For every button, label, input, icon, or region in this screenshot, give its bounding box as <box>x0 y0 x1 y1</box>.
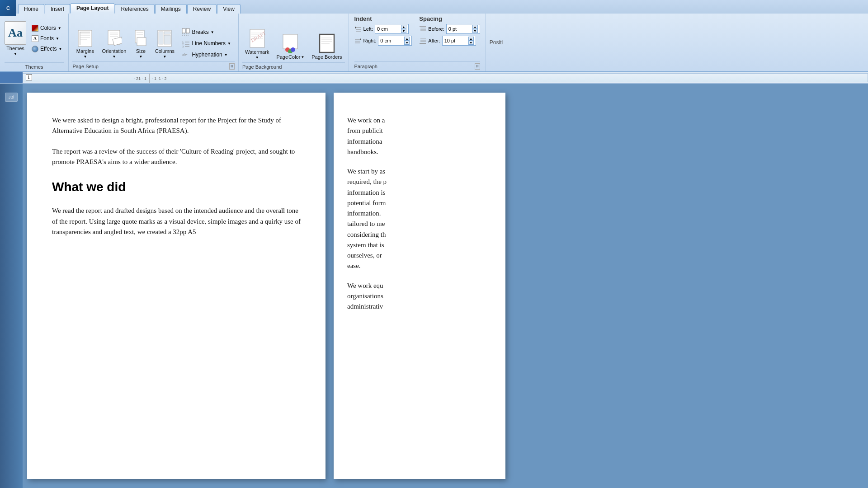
tab-view[interactable]: View <box>217 4 241 14</box>
spacing-after-value: 10 pt <box>444 38 455 43</box>
pages-container: We were asked to design a bright, profes… <box>23 84 868 488</box>
office-button[interactable]: C <box>0 0 16 16</box>
spacing-before-label: Before: <box>428 26 444 32</box>
page-color-label2: Color <box>288 54 300 60</box>
indent-title: Indent <box>354 15 412 22</box>
page-background-group: DRAFT Watermark ▼ Page <box>239 14 349 71</box>
spacing-before-down[interactable]: ▼ <box>472 29 478 33</box>
svg-rect-19 <box>164 35 170 44</box>
line-numbers-button[interactable]: 1 2 3 Line Numbers ▼ <box>180 38 233 48</box>
svg-text:1 · 2: 1 · 2 <box>159 76 167 81</box>
spacing-before-value: 0 pt <box>448 26 457 32</box>
spacing-before-spinner: ▲ ▼ <box>472 25 478 33</box>
hyphenation-icon: ab- <box>182 51 190 59</box>
themes-button[interactable]: Aa Themes ▼ <box>5 21 26 56</box>
effects-icon <box>32 46 38 52</box>
indent-left-icon <box>354 26 362 32</box>
spacing-after-spinner: ▲ ▼ <box>468 37 474 45</box>
spacing-after-down[interactable]: ▼ <box>468 41 474 45</box>
hyphenation-arrow: ▼ <box>224 53 228 57</box>
themes-icon: Aa <box>5 21 26 45</box>
ribbon-tabs-row: Home Insert Page Layout References Maili… <box>16 0 868 14</box>
indent-right-icon <box>354 38 362 44</box>
spacing-before-row: Before: 0 pt ▲ ▼ <box>419 24 480 34</box>
spacing-before-up[interactable]: ▲ <box>472 25 478 29</box>
effects-label: Effects <box>40 46 57 52</box>
page-setup-buttons: Margins ▼ Orientation ▼ <box>72 15 235 61</box>
indent-left-label: Left: <box>363 26 373 32</box>
page-borders-icon <box>319 33 335 53</box>
paragraph-dialog-launcher[interactable]: ⌗ <box>475 63 480 70</box>
breaks-button[interactable]: Breaks ▼ <box>180 27 233 37</box>
watermark-button[interactable]: DRAFT Watermark ▼ <box>242 27 272 61</box>
spacing-section: Spacing Before: 0 pt ▲ ▼ <box>419 15 480 61</box>
size-label: Size <box>136 48 146 54</box>
page-borders-button[interactable]: Page Borders <box>309 32 344 61</box>
orientation-label: Orientation <box>102 48 126 54</box>
tab-review[interactable]: Review <box>187 4 217 14</box>
svg-marker-53 <box>360 38 361 41</box>
hyphenation-button[interactable]: ab- Hyphenation ▼ <box>180 50 233 60</box>
page-2: We work on afrom publicitinformationahan… <box>334 93 505 479</box>
indent-right-input[interactable]: 0 cm ▲ ▼ <box>378 36 412 46</box>
indent-left-input[interactable]: 0 cm ▲ ▼ <box>375 24 409 34</box>
spacing-after-input[interactable]: 10 pt ▲ ▼ <box>442 36 476 46</box>
page-color-label: Page <box>276 54 288 60</box>
fonts-arrow: ▼ <box>56 37 59 41</box>
indent-right-spinner: ▲ ▼ <box>404 37 410 45</box>
themes-group-content: Aa Themes ▼ Colors ▼ A Fonts ▼ <box>5 15 64 61</box>
paragraph-group-label: Paragraph ⌗ <box>354 61 480 70</box>
colors-button[interactable]: Colors ▼ <box>30 24 64 33</box>
svg-point-40 <box>291 47 295 52</box>
page-color-label-row: Page Color ▼ <box>276 54 304 60</box>
margins-button[interactable]: Margins ▼ <box>72 28 98 61</box>
watermark-arrow: ▼ <box>255 56 259 60</box>
page2-para-1: We work on afrom publicitinformationahan… <box>347 115 492 157</box>
sidebar-label: JBi <box>5 93 18 102</box>
line-numbers-icon: 1 2 3 <box>182 39 190 47</box>
spacing-before-icon <box>419 26 426 32</box>
page-setup-label-text: Page Setup <box>72 64 99 69</box>
hyphenation-label: Hyphenation <box>192 52 222 58</box>
indent-right-row: Right: 0 cm ▲ ▼ <box>354 36 412 46</box>
heading-what-we-did: What we did <box>52 177 301 197</box>
spacing-after-up[interactable]: ▲ <box>468 37 474 41</box>
svg-text:1 ·: 1 · <box>138 76 143 81</box>
page2-para-2: We start by asrequired, the pinformation… <box>347 166 492 272</box>
fonts-icon: A <box>32 35 38 42</box>
themes-side-buttons: Colors ▼ A Fonts ▼ Effects ▼ <box>30 24 64 53</box>
page-color-arrow: ▼ <box>301 55 304 59</box>
tab-home[interactable]: Home <box>18 4 44 14</box>
svg-marker-49 <box>355 26 356 29</box>
indent-right-up[interactable]: ▲ <box>404 37 410 41</box>
size-button[interactable]: Size ▼ <box>130 28 151 61</box>
orientation-button[interactable]: Orientation ▼ <box>99 28 129 61</box>
effects-button[interactable]: Effects ▼ <box>30 45 64 53</box>
watermark-label: Watermark <box>245 49 269 55</box>
breaks-icon <box>182 28 190 36</box>
themes-icon-text: Aa <box>8 26 23 40</box>
page-background-group-label: Page Background <box>242 62 345 70</box>
spacing-before-input[interactable]: 0 pt ▲ ▼ <box>446 24 480 34</box>
tab-page-layout[interactable]: Page Layout <box>71 3 114 14</box>
columns-button[interactable]: Columns ▼ <box>152 28 177 61</box>
spacing-after-label: After: <box>428 38 440 43</box>
themes-btn-label: Themes <box>6 46 24 51</box>
indent-left-up[interactable]: ▲ <box>401 25 406 29</box>
page-setup-group-label: Page Setup ⌗ <box>72 61 235 70</box>
page-color-button[interactable]: Page Color ▼ <box>274 32 307 61</box>
indent-left-down[interactable]: ▼ <box>401 29 406 33</box>
indent-right-label: Right: <box>363 38 377 43</box>
page-setup-dialog-launcher[interactable]: ⌗ <box>229 63 235 70</box>
tab-references[interactable]: References <box>115 4 154 14</box>
tab-mailings[interactable]: Mailings <box>155 4 187 14</box>
indent-right-down[interactable]: ▼ <box>404 41 410 45</box>
svg-rect-17 <box>159 32 163 44</box>
fonts-button[interactable]: A Fonts ▼ <box>30 34 64 43</box>
paragraph-content: Indent Left: 0 cm ▲ ▼ <box>354 15 480 61</box>
svg-rect-21 <box>186 28 189 33</box>
breaks-stack: Breaks ▼ 1 2 3 Line Numbers ▼ <box>178 26 235 61</box>
paragraph-group: Indent Left: 0 cm ▲ ▼ <box>349 14 486 71</box>
paragraph-label-text: Paragraph <box>354 64 377 69</box>
tab-insert[interactable]: Insert <box>45 4 70 14</box>
